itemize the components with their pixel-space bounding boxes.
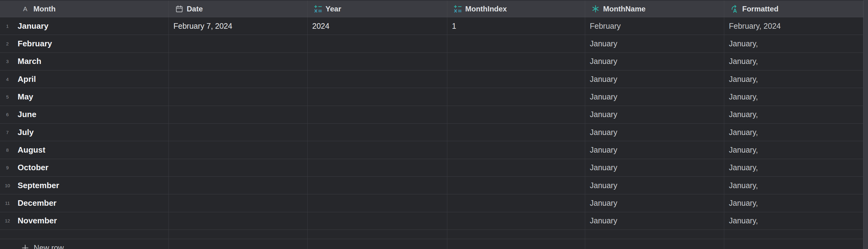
cell-year[interactable] [308,194,447,212]
cell-date[interactable] [169,159,308,177]
new-row-button[interactable]: New row [21,239,64,249]
cell-month[interactable]: 10September [0,177,169,194]
cell-monthindex[interactable] [447,159,585,177]
cell-monthindex[interactable] [447,88,585,106]
cell-year[interactable] [308,212,447,230]
cell-monthindex[interactable] [447,35,585,53]
cell-month[interactable]: 7July [0,124,169,141]
row-number[interactable]: 5 [0,94,15,99]
cell-month[interactable]: 3March [0,53,169,70]
empty-cell[interactable] [724,230,863,239]
cell-date[interactable] [169,141,308,159]
cell-month[interactable]: 11December [0,194,169,212]
cell-monthindex[interactable] [447,212,585,230]
cell-month[interactable]: 1January [0,17,169,35]
row-number[interactable]: 1 [0,24,15,29]
cell-date[interactable] [169,53,308,70]
table-row: 8AugustJanuaryJanuary, [0,141,868,159]
cell-year[interactable] [308,141,447,159]
cell-date[interactable] [169,35,308,53]
cell-monthname[interactable]: January [585,177,724,194]
row-number[interactable]: 10 [0,183,15,188]
cell-date[interactable]: February 7, 2024 [169,17,308,35]
cell-month[interactable]: 2February [0,35,169,53]
cell-year[interactable] [308,35,447,53]
cell-monthname[interactable]: January [585,159,724,177]
cell-monthname[interactable]: January [585,124,724,141]
row-number[interactable]: 3 [0,59,15,64]
cell-monthname[interactable]: January [585,194,724,212]
cell-monthindex[interactable]: 1 [447,17,585,35]
empty-cell[interactable] [169,230,308,239]
cell-year[interactable] [308,124,447,141]
cell-month[interactable]: 6June [0,106,169,124]
cell-formatted[interactable]: January, [724,53,863,70]
cell-formatted[interactable]: January, [724,88,863,106]
cell-formatted[interactable]: February, 2024 [724,17,863,35]
cell-formatted[interactable]: January, [724,194,863,212]
cell-year[interactable] [308,88,447,106]
cell-monthindex[interactable] [447,124,585,141]
cell-year[interactable]: 2024 [308,17,447,35]
cell-date[interactable] [169,177,308,194]
cell-monthname[interactable]: January [585,35,724,53]
row-number[interactable]: 9 [0,165,15,170]
column-header-date[interactable]: Date [169,1,308,17]
cell-formatted[interactable]: January, [724,159,863,177]
cell-date[interactable] [169,106,308,124]
column-header-monthindex[interactable]: MonthIndex [447,1,585,17]
cell-date[interactable] [169,124,308,141]
row-number[interactable]: 11 [0,200,15,206]
cell-monthname[interactable]: January [585,88,724,106]
cell-monthname[interactable]: February [585,17,724,35]
empty-cell[interactable] [585,230,724,239]
row-number[interactable]: 6 [0,112,15,117]
cell-date[interactable] [169,194,308,212]
cell-formatted[interactable]: January, [724,70,863,88]
cell-month[interactable]: 5May [0,88,169,106]
empty-cell[interactable] [0,230,169,239]
cell-formatted[interactable]: January, [724,177,863,194]
row-number[interactable]: 8 [0,147,15,153]
cell-monthindex[interactable] [447,141,585,159]
cell-monthindex[interactable] [447,177,585,194]
cell-date[interactable] [169,88,308,106]
cell-monthindex[interactable] [447,194,585,212]
empty-cell[interactable] [308,230,447,239]
column-header-month[interactable]: A Month [0,1,169,17]
cell-monthname[interactable]: January [585,70,724,88]
cell-year[interactable] [308,106,447,124]
cell-date[interactable] [169,212,308,230]
cell-month[interactable]: 8August [0,141,169,159]
column-header-year[interactable]: Year [308,1,447,17]
column-header-formatted[interactable]: A Formatted [724,1,863,17]
row-number[interactable]: 7 [0,130,15,135]
cell-formatted[interactable]: January, [724,106,863,124]
cell-formatted[interactable]: January, [724,141,863,159]
cell-month[interactable]: 9October [0,159,169,177]
cell-year[interactable] [308,177,447,194]
column-header-monthname[interactable]: MonthName [585,1,724,17]
cell-year[interactable] [308,70,447,88]
cell-monthname[interactable]: January [585,106,724,124]
empty-cell[interactable] [447,230,585,239]
cell-month[interactable]: 12November [0,212,169,230]
cell-year[interactable] [308,159,447,177]
cell-formatted[interactable]: January, [724,35,863,53]
cell-monthindex[interactable] [447,70,585,88]
cell-month[interactable]: 4April [0,70,169,88]
cell-formatted[interactable]: January, [724,124,863,141]
cell-monthname[interactable]: January [585,141,724,159]
footer-cell [447,239,585,249]
cell-monthindex[interactable] [447,106,585,124]
cell-monthname[interactable]: January [585,212,724,230]
cell-monthindex[interactable] [447,53,585,70]
cell-formatted[interactable]: January, [724,212,863,230]
cell-monthname[interactable]: January [585,53,724,70]
vertical-scrollbar[interactable] [863,0,868,249]
cell-year[interactable] [308,53,447,70]
row-number[interactable]: 12 [0,218,15,223]
cell-date[interactable] [169,70,308,88]
row-number[interactable]: 2 [0,41,15,46]
row-number[interactable]: 4 [0,76,15,82]
